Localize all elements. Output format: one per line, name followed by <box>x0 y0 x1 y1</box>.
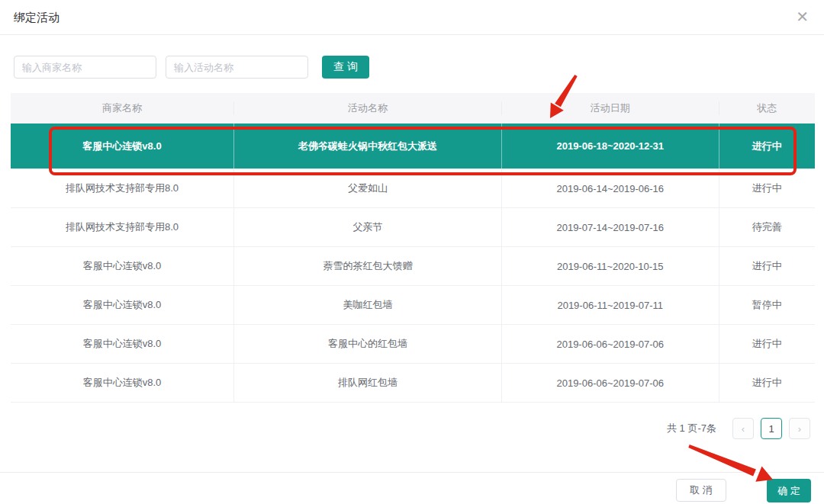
cell-activity: 客服中心的红包墙 <box>234 325 502 363</box>
cell-activity: 父爱如山 <box>234 169 502 207</box>
cell-status: 进行中 <box>719 247 815 285</box>
bind-activity-dialog: 绑定活动 ✕ 查 询 商家名称 活动名称 活动日期 状态 客服中心连锁v8.0 … <box>0 0 824 504</box>
cell-dates: 2019-06-14~2019-06-16 <box>502 169 719 207</box>
cell-merchant: 客服中心连锁v8.0 <box>11 286 234 324</box>
merchant-name-input[interactable] <box>14 56 156 79</box>
table-row[interactable]: 排队网技术支持部专用8.0 父爱如山 2019-06-14~2019-06-16… <box>11 169 815 208</box>
cell-merchant: 客服中心连锁v8.0 <box>11 364 234 402</box>
cell-activity: 排队网红包墙 <box>234 364 502 402</box>
close-icon[interactable]: ✕ <box>796 9 809 24</box>
cancel-button[interactable]: 取 消 <box>676 479 726 502</box>
cell-dates: 2019-06-18~2020-12-31 <box>502 124 719 169</box>
activity-table: 商家名称 活动名称 活动日期 状态 客服中心连锁v8.0 老佛爷碳蛙火锅中秋红包… <box>11 93 815 403</box>
dialog-header: 绑定活动 ✕ <box>0 0 824 35</box>
cell-status: 进行中 <box>719 325 815 363</box>
prev-page-button[interactable]: ‹ <box>732 418 754 439</box>
cell-activity: 老佛爷碳蛙火锅中秋红包大派送 <box>234 124 502 169</box>
cell-dates: 2019-07-14~2019-07-16 <box>502 208 719 246</box>
cell-activity: 萘雪的茶红包大馈赠 <box>234 247 502 285</box>
dialog-footer: 取 消 确 定 <box>0 472 824 504</box>
cell-merchant: 客服中心连锁v8.0 <box>11 124 234 169</box>
cell-dates: 2019-06-11~2020-10-15 <box>502 247 719 285</box>
table-row[interactable]: 客服中心连锁v8.0 老佛爷碳蛙火锅中秋红包大派送 2019-06-18~202… <box>11 124 815 169</box>
cell-merchant: 排队网技术支持部专用8.0 <box>11 169 234 207</box>
table-header-row: 商家名称 活动名称 活动日期 状态 <box>11 93 815 124</box>
cell-merchant: 客服中心连锁v8.0 <box>11 247 234 285</box>
col-header-activity: 活动名称 <box>234 101 502 115</box>
cell-status: 暂停中 <box>719 286 815 324</box>
search-button[interactable]: 查 询 <box>322 56 369 79</box>
table-body: 客服中心连锁v8.0 老佛爷碳蛙火锅中秋红包大派送 2019-06-18~202… <box>11 124 815 403</box>
confirm-button[interactable]: 确 定 <box>767 479 811 502</box>
pagination: 共 1 页-7条 ‹ 1 › <box>667 418 810 439</box>
cell-activity: 美咖红包墙 <box>234 286 502 324</box>
pagination-summary: 共 1 页-7条 <box>667 422 716 435</box>
table-row[interactable]: 客服中心连锁v8.0 萘雪的茶红包大馈赠 2019-06-11~2020-10-… <box>11 247 815 286</box>
activity-name-input[interactable] <box>166 56 308 79</box>
cell-status: 进行中 <box>719 124 815 169</box>
cell-merchant: 排队网技术支持部专用8.0 <box>11 208 234 246</box>
col-header-merchant: 商家名称 <box>11 101 234 115</box>
cell-merchant: 客服中心连锁v8.0 <box>11 325 234 363</box>
table-row[interactable]: 客服中心连锁v8.0 客服中心的红包墙 2019-06-06~2019-07-0… <box>11 325 815 364</box>
dialog-title: 绑定活动 <box>14 11 60 25</box>
cell-status: 进行中 <box>719 169 815 207</box>
cell-dates: 2019-06-11~2019-07-11 <box>502 286 719 324</box>
col-header-dates: 活动日期 <box>502 101 719 115</box>
col-header-status: 状态 <box>719 101 815 115</box>
table-row[interactable]: 客服中心连锁v8.0 美咖红包墙 2019-06-11~2019-07-11 暂… <box>11 286 815 325</box>
cell-dates: 2019-06-06~2019-07-06 <box>502 325 719 363</box>
table-row[interactable]: 排队网技术支持部专用8.0 父亲节 2019-07-14~2019-07-16 … <box>11 208 815 247</box>
page-1-button[interactable]: 1 <box>761 418 782 439</box>
table-row[interactable]: 客服中心连锁v8.0 排队网红包墙 2019-06-06~2019-07-06 … <box>11 364 815 403</box>
cell-status: 进行中 <box>719 364 815 402</box>
next-page-button[interactable]: › <box>789 418 810 439</box>
cell-activity: 父亲节 <box>234 208 502 246</box>
cell-status: 待完善 <box>719 208 815 246</box>
filter-bar: 查 询 <box>14 56 369 79</box>
cell-dates: 2019-06-06~2019-07-06 <box>502 364 719 402</box>
